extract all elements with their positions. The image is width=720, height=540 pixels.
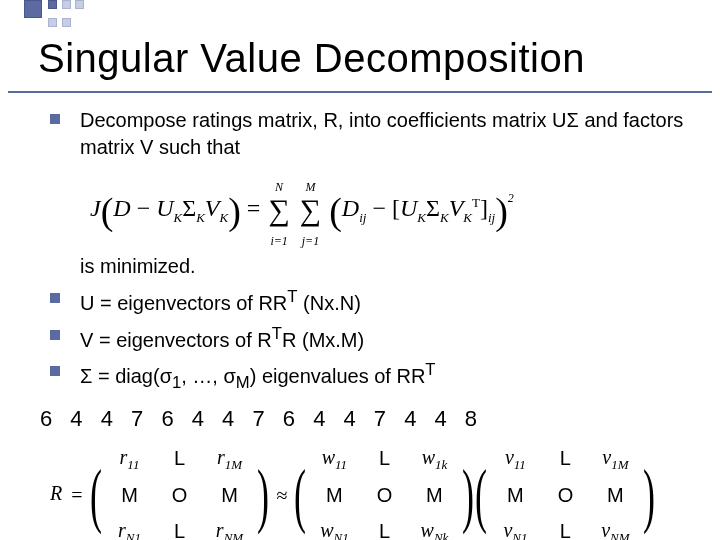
matrix-W: w11 L w1k M O M wN1 L wNk <box>309 440 459 540</box>
sym-V: V <box>205 195 220 221</box>
square-group <box>75 0 84 18</box>
sub-1: 1 <box>172 373 181 392</box>
sym-J: J <box>90 195 101 221</box>
sub-K: K <box>174 209 183 224</box>
sym-R: R <box>50 482 62 504</box>
bullet-item: Σ = diag(σ1, …, σM) eigenvalues of RRT <box>50 359 690 394</box>
sup-T: T <box>425 360 435 379</box>
bullet-item: V = eigenvectors of RTR (Mx.M) <box>50 323 690 354</box>
sym-D: D <box>342 195 359 221</box>
square-icon <box>75 0 84 9</box>
square-icon <box>62 0 71 9</box>
slide: Singular Value Decomposition Decompose r… <box>0 0 720 540</box>
bullet-text-pre: V = eigenvectors of R <box>80 328 272 350</box>
lbracket: [ <box>392 195 400 221</box>
rbracket: ] <box>480 195 488 221</box>
paren-icon: ) <box>643 459 655 531</box>
paren-icon: ) <box>462 459 474 531</box>
bullet-text-post: R (Mx.M) <box>282 328 364 350</box>
paren-icon: ) <box>257 459 269 531</box>
bullet-text: Decompose ratings matrix, R, into coeffi… <box>80 109 683 158</box>
sym-Sigma: Σ <box>182 195 196 221</box>
matrix-approximation: R = ( r11 L r1M M O M rN1 L rNM <box>50 434 690 540</box>
minus: − <box>137 195 151 221</box>
sup-T: T <box>272 324 282 343</box>
matrix-R: r11 L r1M M O M rN1 L rNM <box>104 440 254 540</box>
sub-K: K <box>463 209 472 224</box>
digits-row: 6 4 4 7 6 4 4 7 6 4 4 7 4 4 8 <box>40 404 690 434</box>
sym-D: D <box>113 195 130 221</box>
bullet-text-post: ) eigenvalues of RR <box>250 365 426 387</box>
decorative-squares <box>24 0 84 36</box>
bullet-item: U = eigenvectors of RRT (Nx.N) <box>50 286 690 317</box>
content-area: Decompose ratings matrix, R, into coeffi… <box>0 101 720 540</box>
sub-K: K <box>196 209 205 224</box>
square-group <box>48 0 57 36</box>
sup-T: T <box>287 287 297 306</box>
bullet-marker-icon <box>50 114 60 124</box>
sub-K: K <box>220 209 229 224</box>
sum-i: N∑i=1 <box>268 171 289 249</box>
paren-icon: ( <box>89 459 101 531</box>
sup-T: T <box>472 195 480 210</box>
sub-K: K <box>417 209 426 224</box>
sup-2: 2 <box>508 191 514 205</box>
square-icon <box>62 18 71 27</box>
bullet-marker-icon <box>50 366 60 376</box>
square-icon <box>48 18 57 27</box>
continuation-text: is minimized. <box>50 253 690 280</box>
square-group <box>62 0 71 36</box>
square-icon <box>48 0 57 9</box>
cost-formula: J(D − UKΣKVK) = N∑i=1 M∑j=1 (Dij − [UKΣK… <box>50 167 690 253</box>
sub-K: K <box>440 209 449 224</box>
sym-U: U <box>156 195 173 221</box>
matrix-V: v11 L v1M M O M vN1 L vNM <box>490 440 640 540</box>
bullet-marker-icon <box>50 293 60 303</box>
approx: ≈ <box>276 482 287 509</box>
bullet-text-pre: Σ = diag(σ <box>80 365 172 387</box>
bullet-text-post: (Nx.N) <box>298 292 361 314</box>
sym-U: U <box>400 195 417 221</box>
bullet-marker-icon <box>50 330 60 340</box>
paren-icon: ( <box>475 459 487 531</box>
square-icon <box>24 0 42 18</box>
sum-j: M∑j=1 <box>300 171 321 249</box>
bullet-item: Decompose ratings matrix, R, into coeffi… <box>50 107 690 161</box>
bullet-text-mid: , …, σ <box>181 365 236 387</box>
page-title: Singular Value Decomposition <box>8 18 712 93</box>
paren-icon: ( <box>294 459 306 531</box>
eq: = <box>247 195 261 221</box>
decorative-bar <box>0 0 720 18</box>
eq: = <box>71 482 82 509</box>
sub-M: M <box>236 373 250 392</box>
sym-V: V <box>449 195 464 221</box>
sym-Sigma: Σ <box>426 195 440 221</box>
sub-ij: ij <box>359 209 366 224</box>
bullet-text-pre: U = eigenvectors of RR <box>80 292 287 314</box>
minus: − <box>372 195 386 221</box>
